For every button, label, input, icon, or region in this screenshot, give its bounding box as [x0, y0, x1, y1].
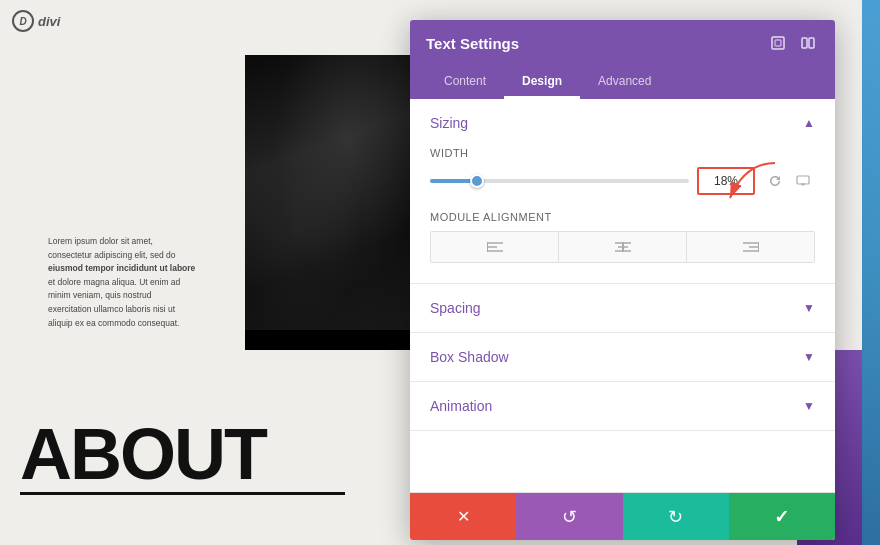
sizing-section-content: Width 18% — [410, 147, 835, 283]
width-slider[interactable] — [430, 179, 689, 183]
save-button[interactable]: ✓ — [729, 493, 835, 540]
svg-rect-4 — [797, 176, 809, 184]
dark-image — [245, 55, 415, 350]
sizing-section-title: Sizing — [430, 115, 468, 131]
animation-chevron-down-icon: ▼ — [803, 399, 815, 413]
spacing-section: Spacing ▼ — [410, 284, 835, 333]
settings-panel: Text Settings Content Design — [410, 20, 835, 540]
lorem-line-3: eiusmod tempor incididunt ut labore — [48, 263, 195, 273]
lorem-text-block: Lorem ipsum dolor sit amet, consectetur … — [48, 235, 236, 330]
animation-section-title: Animation — [430, 398, 492, 414]
device-desktop-icon[interactable] — [791, 169, 815, 193]
lorem-line-5: minim veniam, quis nostrud — [48, 290, 151, 300]
box-shadow-section: Box Shadow ▼ — [410, 333, 835, 382]
align-left-button[interactable] — [430, 231, 559, 263]
dark-image-bar — [245, 330, 415, 350]
divi-logo-circle: D — [12, 10, 34, 32]
lorem-line-1: Lorem ipsum dolor sit amet, — [48, 236, 153, 246]
panel-columns-icon[interactable] — [797, 32, 819, 54]
animation-section: Animation ▼ — [410, 382, 835, 431]
cancel-button[interactable]: ✕ — [410, 493, 516, 540]
undo-button[interactable]: ↺ — [516, 493, 622, 540]
about-heading: ABOUT — [20, 418, 266, 490]
cancel-icon: ✕ — [457, 507, 470, 526]
panel-footer: ✕ ↺ ↻ ✓ — [410, 492, 835, 540]
width-input[interactable]: 18% — [697, 167, 755, 195]
lorem-line-2: consectetur adipiscing elit, sed do — [48, 250, 176, 260]
module-alignment-label: Module Alignment — [430, 211, 815, 223]
box-shadow-section-title: Box Shadow — [430, 349, 509, 365]
lorem-line-7: aliquip ex ea commodo consequat. — [48, 318, 179, 328]
spacing-chevron-down-icon: ▼ — [803, 301, 815, 315]
svg-rect-3 — [809, 38, 814, 48]
redo-icon: ↻ — [668, 506, 683, 528]
lorem-line-4: et dolore magna aliqua. Ut enim ad — [48, 277, 180, 287]
tab-content[interactable]: Content — [426, 66, 504, 99]
spacing-section-header[interactable]: Spacing ▼ — [410, 284, 835, 332]
spacing-section-title: Spacing — [430, 300, 481, 316]
panel-title: Text Settings — [426, 35, 519, 52]
alignment-buttons — [430, 231, 815, 263]
tab-design[interactable]: Design — [504, 66, 580, 99]
slider-thumb[interactable] — [470, 174, 484, 188]
undo-icon: ↺ — [562, 506, 577, 528]
panel-expand-icon[interactable] — [767, 32, 789, 54]
width-input-wrapper: 18% — [697, 167, 755, 195]
align-center-button[interactable] — [559, 231, 687, 263]
svg-rect-1 — [775, 40, 781, 46]
dark-image-texture — [245, 55, 415, 350]
sizing-section: Sizing ▲ Width 18% — [410, 99, 835, 284]
svg-rect-0 — [772, 37, 784, 49]
tab-advanced[interactable]: Advanced — [580, 66, 669, 99]
width-label: Width — [430, 147, 815, 159]
panel-header-icons — [767, 32, 819, 54]
sizing-section-header[interactable]: Sizing ▲ — [410, 99, 835, 147]
box-shadow-chevron-down-icon: ▼ — [803, 350, 815, 364]
svg-rect-2 — [802, 38, 807, 48]
box-shadow-section-header[interactable]: Box Shadow ▼ — [410, 333, 835, 381]
animation-section-header[interactable]: Animation ▼ — [410, 382, 835, 430]
about-underline — [20, 492, 345, 495]
blue-strip-right — [862, 0, 880, 545]
unit-icons — [763, 169, 815, 193]
redo-button[interactable]: ↻ — [623, 493, 729, 540]
tab-bar: Content Design Advanced — [410, 66, 835, 99]
align-right-button[interactable] — [687, 231, 815, 263]
reset-icon[interactable] — [763, 169, 787, 193]
panel-header: Text Settings — [410, 20, 835, 66]
sizing-chevron-up-icon: ▲ — [803, 116, 815, 130]
save-icon: ✓ — [774, 506, 789, 528]
lorem-line-6: exercitation ullamco laboris nisi ut — [48, 304, 175, 314]
divi-logo: D divi — [12, 10, 60, 32]
divi-logo-name: divi — [38, 14, 60, 29]
width-slider-row: 18% — [430, 167, 815, 195]
divi-logo-letter: D — [19, 16, 26, 27]
panel-body: Sizing ▲ Width 18% — [410, 99, 835, 492]
